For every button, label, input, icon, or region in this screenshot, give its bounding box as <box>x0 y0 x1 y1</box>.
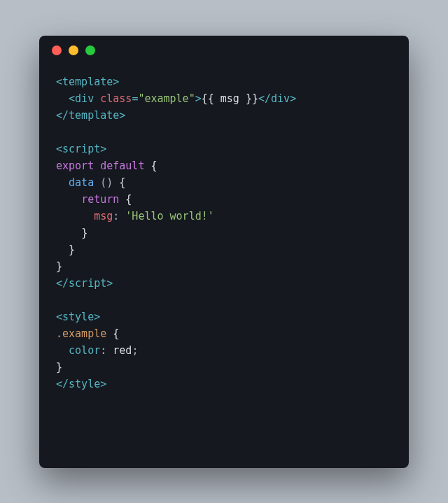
brace-open: { <box>113 327 119 340</box>
css-val-red: red <box>113 344 132 357</box>
space <box>94 160 100 172</box>
string-hello: 'Hello world!' <box>125 210 214 222</box>
prop-msg: msg <box>94 210 113 222</box>
space <box>106 344 113 357</box>
indent <box>56 92 69 105</box>
code-block: <template> <div class="example">{{ msg }… <box>39 65 409 409</box>
space <box>119 193 125 206</box>
indent <box>56 210 94 222</box>
keyword-return: return <box>81 193 119 206</box>
space <box>119 210 125 222</box>
brace-open: { <box>119 176 125 189</box>
code-window: <template> <div class="example">{{ msg }… <box>39 36 409 468</box>
indent <box>56 176 69 189</box>
indent <box>56 344 69 357</box>
keyword-export: export <box>56 160 94 172</box>
string-example: "example" <box>138 92 195 105</box>
tag-script-open: <script> <box>56 143 106 155</box>
colon: : <box>100 344 106 357</box>
bracket: < <box>69 92 75 105</box>
tag-script-close: </scr <box>56 277 88 290</box>
brace-open: { <box>125 193 132 206</box>
attr-class: class <box>100 92 132 105</box>
window-titlebar <box>39 36 409 65</box>
brace-close: } <box>56 260 62 273</box>
close-icon[interactable] <box>52 45 62 55</box>
brace-close: } <box>56 361 62 374</box>
space <box>94 176 100 189</box>
brace-open: { <box>150 160 157 172</box>
space <box>94 92 100 105</box>
fn-data: data <box>69 176 94 189</box>
indent <box>56 227 81 239</box>
space <box>106 327 113 340</box>
tag-div-close: </div> <box>258 92 296 105</box>
colon: : <box>113 210 119 222</box>
tag-template-open: <template> <box>56 76 119 88</box>
parens: () <box>100 176 113 189</box>
brace-close: } <box>69 243 75 256</box>
tag-template-close: </template> <box>56 109 125 122</box>
brace-close: } <box>81 227 88 239</box>
maximize-icon[interactable] <box>85 45 95 55</box>
minimize-icon[interactable] <box>69 45 78 55</box>
selector-example: .example <box>56 327 106 340</box>
css-prop-color: color <box>69 344 100 357</box>
indent <box>56 243 69 256</box>
tag-style-open: <style> <box>56 311 100 323</box>
semicolon: ; <box>132 344 138 357</box>
tag-style-close: </style> <box>56 378 106 390</box>
indent <box>56 193 81 206</box>
bracket: > <box>195 92 202 105</box>
mustache-msg: {{ msg }} <box>202 92 258 105</box>
tag-div: div <box>75 92 94 105</box>
keyword-default: default <box>100 160 144 172</box>
tag-script-close-b: ipt> <box>88 277 113 290</box>
space <box>113 176 119 189</box>
